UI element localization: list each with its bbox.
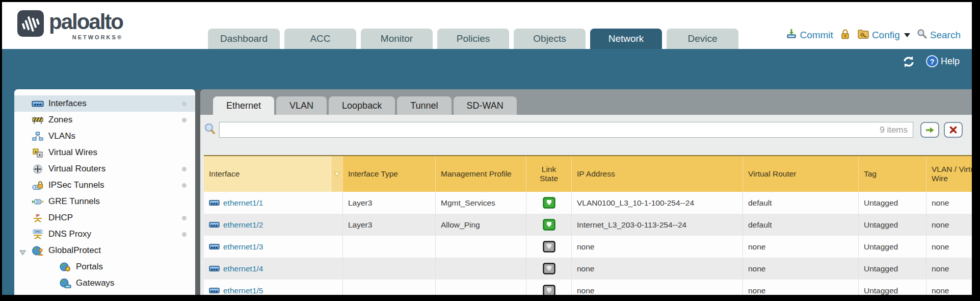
cell-tag: Untagged (859, 192, 926, 214)
cell-ip-address: none (572, 258, 743, 280)
column-header-interface-type[interactable]: Interface Type (343, 156, 436, 192)
dhcp-icon: IP (32, 213, 44, 223)
config-icon (857, 28, 869, 42)
cell-virtual-router: none (743, 280, 859, 295)
clear-filter-button[interactable] (944, 122, 963, 138)
status-dot (182, 167, 187, 171)
main-row: Interfaces Zones VLANs Vir (2, 89, 972, 295)
main-panel: Ethernet VLAN Loopback Tunnel SD-WAN 9 i… (200, 89, 972, 295)
gre-tunnels-icon (32, 197, 44, 207)
column-header-link-state[interactable]: Link State (526, 156, 572, 192)
table-row: ethernet1/5 none none Untagged none (204, 280, 972, 295)
nav-tab-acc[interactable]: ACC (284, 29, 356, 49)
app-window: paloalto NETWORKS® Dashboard ACC Monitor… (2, 2, 972, 295)
status-dot (182, 118, 187, 122)
sort-dropdown-icon[interactable] (331, 156, 342, 192)
cell-vlan: none (926, 192, 972, 214)
expander-icon[interactable] (19, 248, 26, 258)
column-header-ip-address[interactable]: IP Address (572, 156, 743, 192)
filter-row: 9 items (204, 122, 963, 138)
svg-text:IP: IP (36, 213, 40, 218)
sidebar-item-vlans[interactable]: VLANs (14, 128, 195, 144)
nav-tab-dashboard[interactable]: Dashboard (208, 29, 280, 49)
nav-tab-device[interactable]: Device (667, 29, 738, 49)
cell-tag: Untagged (859, 280, 926, 295)
status-dot (182, 216, 187, 220)
cell-virtual-router: default (743, 192, 859, 214)
cell-virtual-router: default (743, 214, 859, 236)
cell-interface-type (343, 236, 436, 258)
filter-search-icon (204, 122, 216, 138)
sidebar-item-gre-tunnels[interactable]: GRE Tunnels (14, 193, 195, 210)
sidebar-item-dhcp[interactable]: IP DHCP (14, 210, 195, 226)
config-menu[interactable]: Config (857, 28, 910, 42)
link-state-icon (543, 219, 555, 231)
cell-vlan: none (926, 236, 972, 258)
cell-virtual-router: none (743, 258, 859, 280)
sidebar-item-ipsec-tunnels[interactable]: IPSec Tunnels (14, 177, 195, 193)
sidebar-item-virtual-wires[interactable]: Virtual Wires (14, 144, 195, 161)
tab-vlan[interactable]: VLAN (276, 96, 327, 115)
sidebar-scrollbar[interactable] (195, 89, 200, 295)
gateways-icon (59, 279, 71, 288)
refresh-icon[interactable] (902, 55, 916, 70)
search-menu[interactable]: Search (917, 29, 961, 42)
interface-link[interactable]: ethernet1/2 (209, 220, 263, 230)
cell-interface-type (343, 258, 436, 280)
tab-loopback[interactable]: Loopback (329, 96, 395, 115)
help-button[interactable]: ? Help (926, 55, 960, 67)
ipsec-tunnels-icon (32, 181, 44, 190)
interfaces-icon (32, 99, 44, 109)
nav-tab-objects[interactable]: Objects (514, 29, 586, 49)
column-header-management-profile[interactable]: Management Profile (436, 156, 526, 192)
tab-sdwan[interactable]: SD-WAN (454, 96, 517, 115)
paloalto-logo: paloalto NETWORKS® (17, 10, 123, 40)
cell-management-profile (436, 258, 526, 280)
logo-networks-text: NETWORKS® (72, 34, 123, 40)
interface-link[interactable]: ethernet1/3 (209, 242, 263, 252)
main-nav-tabs: Dashboard ACC Monitor Policies Objects N… (208, 29, 738, 49)
sidebar-item-virtual-routers[interactable]: Virtual Routers (14, 161, 195, 177)
link-state-icon (543, 285, 555, 295)
sidebar-item-globalprotect[interactable]: GlobalProtect (14, 242, 195, 259)
sidebar-item-zones[interactable]: Zones (14, 112, 195, 128)
cell-management-profile: Allow_Ping (436, 214, 526, 236)
svg-text:DNS: DNS (35, 230, 41, 233)
top-bar: paloalto NETWORKS® Dashboard ACC Monitor… (2, 2, 972, 49)
cell-virtual-router: none (743, 236, 859, 258)
cell-ip-address: none (572, 280, 743, 295)
tab-tunnel[interactable]: Tunnel (397, 96, 451, 115)
status-dot (182, 183, 187, 188)
lock-icon[interactable] (840, 29, 851, 42)
column-header-vlan-virtual-wire[interactable]: VLAN / Virtual Wire (926, 156, 972, 192)
interfaces-table: Interface Interface Type Management Prof… (204, 155, 972, 295)
top-actions: Commit Config Search (786, 28, 961, 42)
sidebar-item-gateways[interactable]: Gateways (14, 275, 195, 291)
column-header-virtual-router[interactable]: Virtual Router (743, 156, 859, 192)
nav-tab-policies[interactable]: Policies (437, 29, 509, 49)
sidebar-item-interfaces[interactable]: Interfaces (14, 95, 195, 112)
interface-link[interactable]: ethernet1/4 (209, 264, 263, 273)
nav-tab-network[interactable]: Network (590, 29, 662, 49)
nav-tab-monitor[interactable]: Monitor (361, 29, 433, 49)
globalprotect-icon (32, 246, 44, 256)
apply-filter-button[interactable] (920, 122, 939, 138)
cell-vlan: none (926, 214, 972, 236)
config-caret-icon (904, 33, 910, 37)
column-header-interface[interactable]: Interface (204, 156, 343, 192)
search-icon (917, 29, 928, 42)
link-state-icon (543, 263, 555, 274)
interface-link[interactable]: ethernet1/5 (209, 286, 263, 295)
table-row: ethernet1/3 none none Untagged none (204, 236, 972, 258)
sidebar-item-portals[interactable]: Portals (14, 259, 195, 275)
sidebar-item-dns-proxy[interactable]: DNS DNS Proxy (14, 226, 195, 242)
column-header-tag[interactable]: Tag (859, 156, 926, 192)
filter-input[interactable] (225, 126, 876, 134)
status-dot (182, 102, 187, 106)
commit-icon (786, 28, 797, 42)
tab-ethernet[interactable]: Ethernet (213, 96, 274, 115)
interface-link[interactable]: ethernet1/1 (209, 198, 263, 208)
cell-interface-type: Layer3 (343, 192, 436, 214)
cell-tag: Untagged (859, 236, 926, 258)
commit-button[interactable]: Commit (786, 28, 833, 42)
